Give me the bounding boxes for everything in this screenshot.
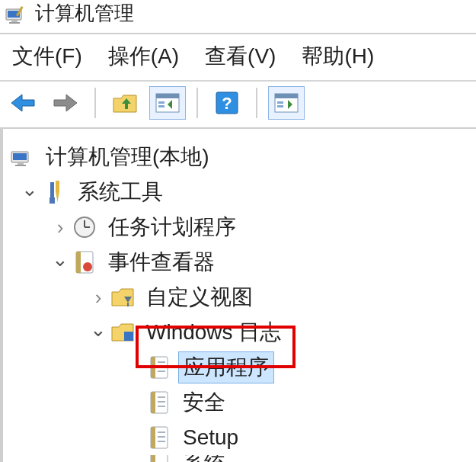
- tree-label: 应用程序: [178, 351, 274, 383]
- app-icon: [5, 3, 27, 24]
- toolbar-properties-button[interactable]: [149, 86, 186, 120]
- svg-rect-12: [275, 94, 298, 98]
- toolbar-separator: [256, 88, 257, 118]
- log-icon: [146, 425, 172, 450]
- svg-point-27: [83, 262, 92, 271]
- window-titlebar: 计算机管理: [0, 0, 476, 33]
- computer-management-icon: [9, 145, 35, 169]
- svg-rect-31: [151, 357, 155, 378]
- svg-text:?: ?: [222, 94, 232, 113]
- toolbar-help-button[interactable]: ?: [209, 86, 245, 120]
- svg-rect-13: [277, 101, 283, 104]
- tree-pane: 计算机管理(本地) 系统工具 任务计划程序: [0, 127, 476, 462]
- menu-action[interactable]: 操作(A): [108, 42, 179, 71]
- svg-rect-6: [156, 94, 179, 98]
- tree-label: 计算机管理(本地): [41, 141, 214, 173]
- expander-icon[interactable]: [87, 286, 110, 310]
- log-icon: [146, 355, 172, 380]
- svg-rect-29: [124, 332, 133, 341]
- svg-rect-20: [50, 197, 55, 204]
- expander-icon[interactable]: [87, 321, 110, 345]
- svg-rect-21: [56, 181, 59, 191]
- toolbar-forward-button[interactable]: [47, 86, 84, 120]
- menu-view[interactable]: 查看(V): [205, 42, 276, 71]
- tree-label: 自定义视图: [142, 281, 257, 313]
- clock-icon: [72, 215, 97, 239]
- svg-rect-17: [18, 162, 24, 165]
- folder-filter-icon: [110, 285, 136, 310]
- window-title: 计算机管理: [35, 0, 134, 27]
- svg-rect-2: [11, 20, 18, 22]
- system-tools-icon: [41, 180, 67, 204]
- expander-icon[interactable]: [49, 216, 72, 239]
- toolbar-separator: [196, 88, 198, 118]
- tree-node-system-tools[interactable]: 系统工具: [9, 175, 476, 210]
- toolbar-separator: [94, 88, 96, 118]
- tree-label: Setup: [178, 424, 243, 451]
- svg-rect-36: [151, 392, 155, 413]
- svg-rect-41: [151, 427, 155, 448]
- svg-rect-14: [277, 105, 283, 107]
- tree-node-system[interactable]: 系统: [9, 455, 476, 462]
- tree-label: 安全: [178, 387, 230, 419]
- toolbar-back-button[interactable]: [5, 86, 41, 120]
- tree-node-application[interactable]: 应用程序: [9, 350, 476, 385]
- menu-file[interactable]: 文件(F): [12, 42, 82, 71]
- tree-node-setup[interactable]: Setup: [9, 420, 476, 455]
- tree-label: Windows 日志: [142, 316, 286, 348]
- tree-node-task-scheduler[interactable]: 任务计划程序: [9, 210, 476, 245]
- log-icon: [146, 455, 172, 462]
- svg-rect-16: [13, 153, 27, 160]
- log-icon: [146, 390, 172, 415]
- svg-rect-18: [15, 165, 26, 166]
- tree-label: 事件查看器: [104, 246, 219, 278]
- event-viewer-icon: [72, 250, 97, 274]
- tree-node-event-viewer[interactable]: 事件查看器: [9, 245, 476, 280]
- expander-icon[interactable]: [49, 251, 72, 274]
- svg-rect-19: [50, 182, 54, 197]
- svg-rect-7: [158, 101, 165, 104]
- tree-label: 系统: [178, 455, 230, 462]
- tree-node-custom-views[interactable]: 自定义视图: [9, 280, 476, 315]
- svg-rect-8: [158, 105, 165, 107]
- expander-icon[interactable]: [18, 181, 41, 204]
- svg-rect-26: [76, 252, 81, 273]
- tree-label: 系统工具: [73, 176, 168, 208]
- svg-rect-3: [9, 22, 20, 24]
- folder-icon: [110, 320, 136, 345]
- tree-node-windows-logs[interactable]: Windows 日志: [9, 315, 476, 350]
- toolbar: ?: [0, 80, 476, 127]
- tree-label: 任务计划程序: [104, 211, 241, 243]
- toolbar-show-pane-button[interactable]: [268, 86, 305, 120]
- tree-node-root[interactable]: 计算机管理(本地): [9, 140, 476, 175]
- menubar: 文件(F) 操作(A) 查看(V) 帮助(H): [0, 33, 476, 80]
- toolbar-up-button[interactable]: [107, 86, 143, 120]
- menu-help[interactable]: 帮助(H): [302, 42, 374, 71]
- tree-node-security[interactable]: 安全: [9, 385, 476, 420]
- svg-rect-46: [151, 455, 155, 462]
- svg-rect-28: [127, 303, 129, 306]
